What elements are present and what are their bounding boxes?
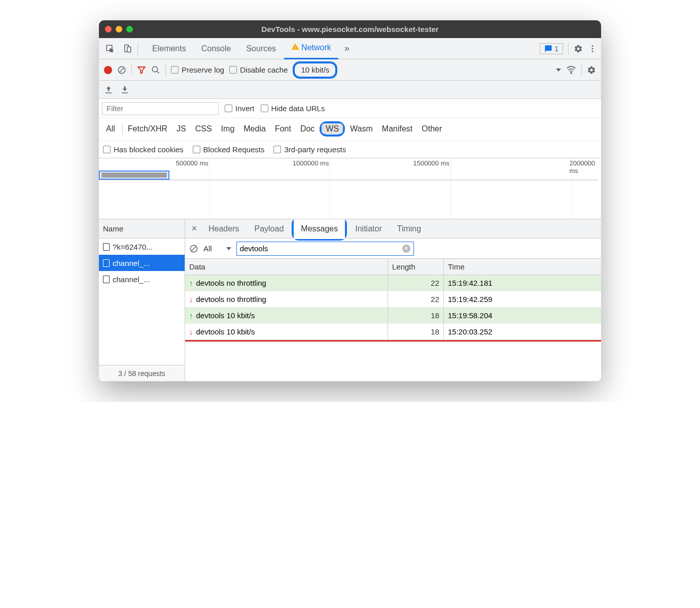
clear-search-icon[interactable]: ✕ — [402, 245, 410, 253]
ws-filter-highlight: WS — [320, 121, 345, 137]
type-filter-img[interactable]: Img — [217, 123, 239, 134]
type-filter-other[interactable]: Other — [417, 123, 446, 134]
messages-direction-label: All — [203, 244, 212, 253]
filter-icon[interactable] — [137, 65, 146, 75]
more-tabs-button[interactable]: » — [339, 43, 355, 54]
close-window-button[interactable] — [105, 26, 112, 32]
hide-data-urls-label: Hide data URLs — [271, 104, 325, 113]
message-row[interactable]: ↑devtools no throttling 22 15:19:42.181 — [185, 275, 601, 291]
checkbox-icon — [229, 66, 237, 74]
type-filter-doc[interactable]: Doc — [296, 123, 319, 134]
window-title: DevTools - www.piesocket.com/websocket-t… — [261, 25, 438, 33]
type-filter-css[interactable]: CSS — [191, 123, 216, 134]
tab-console[interactable]: Console — [194, 38, 238, 59]
main-toolbar: Elements Console Sources Network » 1 — [99, 38, 601, 59]
message-data: devtools 10 kbit/s — [196, 327, 255, 336]
search-icon[interactable] — [151, 65, 160, 75]
device-toolbar-icon[interactable] — [120, 42, 134, 56]
request-row[interactable]: channel_... — [99, 271, 185, 287]
messages-search-field[interactable] — [240, 244, 402, 253]
message-data: devtools no throttling — [196, 279, 266, 287]
inspect-element-icon[interactable] — [103, 42, 117, 56]
detail-tab-messages[interactable]: Messages — [294, 219, 345, 239]
download-har-icon[interactable] — [120, 85, 129, 94]
disable-cache-label: Disable cache — [240, 65, 288, 74]
titlebar: DevTools - www.piesocket.com/websocket-t… — [99, 20, 601, 38]
network-settings-icon[interactable] — [587, 65, 596, 75]
record-button[interactable] — [104, 66, 112, 74]
third-party-checkbox[interactable]: 3rd-party requests — [273, 145, 346, 154]
message-time: 15:19:58.204 — [444, 308, 601, 323]
blocked-requests-checkbox[interactable]: Blocked Requests — [193, 145, 265, 154]
messages-filter-row: All ✕ — [185, 239, 601, 259]
detail-tab-headers[interactable]: Headers — [201, 219, 246, 239]
messages-tab-highlight: Messages — [292, 217, 347, 241]
preserve-log-checkbox[interactable]: Preserve log — [171, 65, 224, 74]
svg-line-9 — [157, 71, 159, 74]
checkbox-icon — [273, 146, 281, 153]
message-length: 22 — [388, 291, 444, 307]
detail-tab-timing[interactable]: Timing — [390, 219, 428, 239]
svg-rect-2 — [127, 47, 131, 52]
network-conditions-icon[interactable] — [566, 65, 576, 75]
type-filter-media[interactable]: Media — [239, 123, 270, 134]
name-column-header[interactable]: Name — [99, 219, 185, 239]
kebab-menu-icon[interactable] — [588, 44, 597, 53]
request-row[interactable]: channel_... — [99, 255, 185, 271]
maximize-window-button[interactable] — [126, 26, 133, 32]
disable-cache-checkbox[interactable]: Disable cache — [229, 65, 288, 74]
clear-button[interactable] — [117, 65, 126, 75]
svg-point-10 — [571, 72, 572, 73]
filter-input[interactable] — [102, 102, 219, 115]
column-length-header[interactable]: Length — [388, 259, 444, 275]
settings-icon[interactable] — [574, 44, 583, 53]
blocked-cookies-checkbox[interactable]: Has blocked cookies — [103, 145, 184, 154]
type-filter-all[interactable]: All — [102, 123, 119, 134]
messages-direction-select[interactable]: All — [203, 244, 231, 253]
message-row[interactable]: ↑devtools 10 kbit/s 18 15:19:58.204 — [185, 308, 601, 324]
type-filter-wasm[interactable]: Wasm — [346, 123, 377, 134]
type-filter-ws[interactable]: WS — [322, 123, 343, 134]
message-row[interactable]: ↓devtools no throttling 22 15:19:42.259 — [185, 291, 601, 308]
message-time: 15:19:42.181 — [444, 275, 601, 291]
clear-messages-button[interactable] — [189, 244, 198, 253]
timeline-overview[interactable]: 500000 ms 1000000 ms 1500000 ms 2000000 … — [99, 158, 601, 219]
panel-tabs: Elements Console Sources Network » — [145, 38, 355, 59]
request-row[interactable]: ?k=62470... — [99, 239, 185, 255]
issues-badge[interactable]: 1 — [540, 43, 563, 54]
svg-line-12 — [192, 246, 196, 251]
network-toolbar: Preserve log Disable cache 10 kbit/s — [99, 59, 601, 81]
request-name: ?k=62470... — [113, 243, 153, 251]
type-filter-js[interactable]: JS — [172, 123, 190, 134]
type-filter-manifest[interactable]: Manifest — [378, 123, 416, 134]
divider — [137, 43, 138, 55]
message-row[interactable]: ↓devtools 10 kbit/s 18 15:20:03.252 — [185, 324, 601, 340]
checkbox-icon — [103, 146, 111, 153]
throttle-select[interactable]: 10 kbit/s — [296, 64, 334, 75]
svg-point-8 — [152, 66, 158, 72]
message-length: 18 — [388, 308, 444, 323]
throttle-dropdown-icon[interactable] — [556, 69, 561, 72]
invert-checkbox[interactable]: Invert — [225, 104, 255, 113]
message-time: 15:20:03.252 — [444, 324, 601, 340]
upload-har-icon[interactable] — [104, 85, 113, 94]
detail-tab-payload[interactable]: Payload — [247, 219, 291, 239]
detail-tab-initiator[interactable]: Initiator — [348, 219, 389, 239]
tab-network[interactable]: Network — [284, 38, 338, 59]
message-data: devtools no throttling — [196, 295, 266, 303]
arrow-down-icon: ↓ — [189, 295, 193, 303]
tab-network-label: Network — [301, 43, 331, 52]
type-filter-font[interactable]: Font — [271, 123, 295, 134]
close-detail-button[interactable]: × — [188, 223, 200, 234]
tab-elements[interactable]: Elements — [145, 38, 193, 59]
type-filter-fetchxhr[interactable]: Fetch/XHR — [122, 123, 171, 134]
checkbox-icon — [225, 105, 232, 112]
hide-data-urls-checkbox[interactable]: Hide data URLs — [261, 104, 325, 113]
timeline-tick: 500000 ms — [176, 159, 209, 167]
minimize-window-button[interactable] — [116, 26, 122, 32]
tab-sources[interactable]: Sources — [239, 38, 283, 59]
column-time-header[interactable]: Time — [444, 259, 601, 275]
messages-search-input[interactable]: ✕ — [236, 242, 414, 256]
column-data-header[interactable]: Data — [185, 259, 388, 275]
filter-row: Invert Hide data URLs — [99, 99, 601, 118]
